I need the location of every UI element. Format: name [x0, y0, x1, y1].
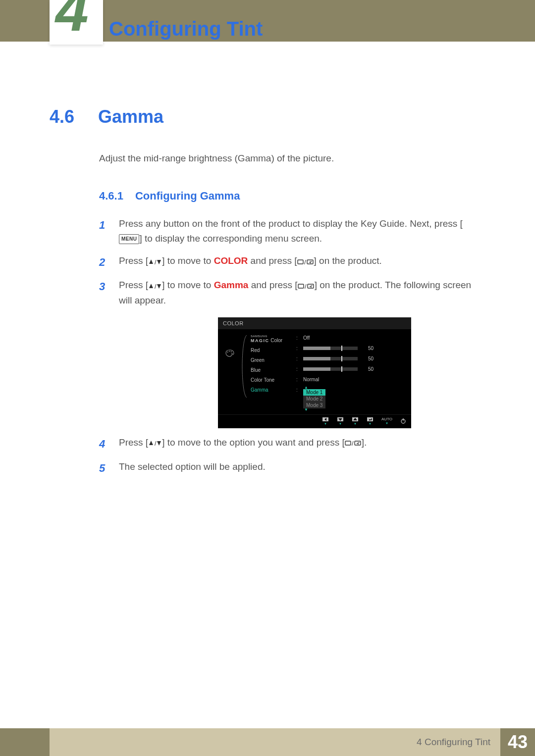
svg-point-15 [231, 353, 232, 353]
step-number: 2 [99, 253, 110, 271]
keyword-color: COLOR [214, 255, 248, 266]
chapter-title: Configuring Tint [109, 18, 263, 40]
osd-nav-back-icon: ▼ [322, 417, 329, 425]
svg-rect-29 [345, 441, 351, 445]
svg-text:/: / [155, 258, 157, 265]
up-down-key-icon: / [148, 254, 162, 269]
chapter-number-bg: 4 [55, 0, 86, 40]
step-5: 5 The selected option will be applied. [99, 459, 481, 477]
text: Press [ [119, 437, 148, 448]
svg-text:/: / [155, 283, 157, 290]
osd-nav-enter-icon: ▼ [367, 417, 374, 425]
svg-point-12 [227, 352, 228, 353]
footer-left-strip [0, 728, 50, 756]
svg-rect-11 [308, 284, 314, 288]
gamma-options: ▲ Mode 1 Mode 2 Mode 3 ▼ [303, 386, 325, 411]
text: ] to move to the option you want and pre… [162, 437, 345, 448]
svg-marker-0 [149, 259, 153, 264]
footer-page-number: 43 [500, 728, 535, 756]
menu-curve-icon [240, 334, 249, 399]
magic-label: MAGIC [251, 338, 269, 343]
value: 50 [362, 356, 374, 361]
down-arrow-icon: ▼ [303, 408, 325, 411]
source-enter-key-icon: / [345, 435, 362, 450]
osd-item-green: Green [251, 357, 291, 363]
osd-item-gamma: Gamma [251, 387, 291, 393]
step-body: The selected option will be applied. [119, 459, 481, 477]
value: 50 [362, 366, 374, 372]
footer-mid: 4 Configuring Tint [50, 728, 500, 756]
svg-marker-28 [157, 441, 161, 446]
step-number: 5 [99, 459, 110, 477]
text: Press any button on the front of the pro… [119, 218, 463, 229]
colon: : [296, 356, 299, 361]
osd-item-red: Red [251, 348, 291, 353]
osd-value-green: : 50 [296, 356, 406, 362]
osd-value-gamma: : ▲ Mode 1 Mode 2 Mode 3 ▼ [296, 387, 406, 411]
slider [303, 347, 358, 350]
magic-color-label: Color [270, 338, 282, 343]
osd-value-blue: : 50 [296, 366, 406, 372]
footer-crumb-text: Configuring Tint [425, 737, 490, 747]
colon: : [296, 377, 299, 382]
svg-marker-2 [157, 260, 161, 264]
osd-nav-down-icon: ▼ [337, 417, 344, 425]
osd-body: SAMSUNG MAGIC Color Red Green Blue Color… [218, 329, 411, 414]
step-3: 3 Press [/] to move to Gamma and press [… [99, 278, 481, 308]
text: ] to display the corresponding menu scre… [139, 233, 322, 244]
palette-icon [224, 349, 235, 357]
step-1: 1 Press any button on the front of the p… [99, 216, 481, 247]
section-header: 4.6 Gamma [50, 106, 481, 127]
svg-marker-6 [149, 284, 153, 288]
svg-text:/: / [305, 283, 307, 290]
svg-text:/: / [352, 440, 354, 447]
steps: 1 Press any button on the front of the p… [99, 216, 481, 477]
step-2: 2 Press [/] to move to COLOR and press [… [99, 253, 481, 271]
colon: : [296, 387, 299, 393]
osd-value-color-tone: : Normal [296, 377, 406, 383]
text: ]. [362, 437, 367, 448]
colon: : [296, 346, 299, 351]
step-body: Press [/] to move to Gamma and press [/]… [119, 278, 481, 308]
step-body: Press [/] to move to COLOR and press [/]… [119, 253, 481, 271]
svg-rect-31 [355, 441, 361, 445]
svg-point-13 [229, 351, 230, 352]
osd-nav-up-icon: ▼ [352, 417, 359, 425]
svg-marker-8 [157, 284, 161, 289]
step-body: Press [/] to move to the option you want… [119, 435, 481, 453]
source-enter-key-icon: / [298, 278, 315, 293]
svg-text:/: / [155, 440, 157, 447]
chapter-badge: 4 [50, 0, 103, 45]
osd-screenshot: COLOR SAMSUNG MAGIC Color Red [218, 317, 411, 428]
text: ] to move to [162, 255, 214, 266]
text: Press [ [119, 280, 148, 290]
text: ] on the product. [314, 255, 382, 266]
step-number: 1 [99, 216, 110, 247]
osd: COLOR SAMSUNG MAGIC Color Red [218, 317, 411, 428]
slider [303, 357, 358, 360]
colon: : [296, 366, 299, 372]
subsection-number: 4.6.1 [99, 190, 123, 202]
value: Off [303, 335, 310, 341]
source-enter-key-icon: / [297, 254, 314, 269]
text: and press [ [248, 255, 297, 266]
osd-footer: ▼ ▼ ▼ ▼ AUTO▼ [218, 414, 411, 428]
footer-crumb-prefix: 4 [417, 737, 425, 747]
up-down-key-icon: / [148, 278, 162, 293]
step-number: 3 [99, 278, 110, 308]
osd-value-red: : 50 [296, 346, 406, 352]
content: 4.6 Gamma Adjust the mid-range brightnes… [50, 106, 481, 484]
osd-item-blue: Blue [251, 367, 291, 373]
up-down-key-icon: / [148, 435, 162, 450]
osd-value-magic-color: : Off [296, 335, 406, 341]
step-body: Press any button on the front of the pro… [119, 216, 481, 247]
svg-text:/: / [304, 258, 306, 265]
colon: : [296, 335, 299, 341]
osd-title: COLOR [218, 317, 411, 329]
step-4: 4 Press [/] to move to the option you wa… [99, 435, 481, 453]
svg-rect-9 [298, 284, 304, 288]
text: and press [ [248, 280, 297, 290]
slider [303, 367, 358, 371]
text: ] to move to [162, 280, 214, 290]
svg-point-14 [231, 351, 232, 352]
